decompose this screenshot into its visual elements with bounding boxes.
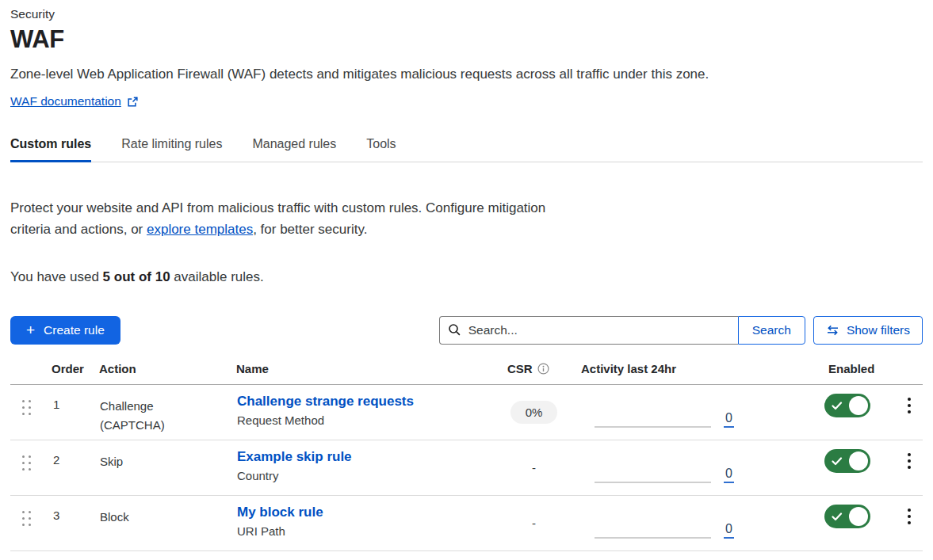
csr-value: - [532, 461, 536, 474]
show-filters-button[interactable]: Show filters [813, 316, 923, 345]
search-icon [448, 323, 461, 340]
drag-handle[interactable] [10, 496, 42, 550]
header-spacer [10, 362, 42, 375]
rule-name-cell: Example skip rule Country [227, 440, 496, 495]
kebab-menu-icon[interactable] [903, 451, 916, 495]
rule-name-cell: My block rule URI Path [227, 496, 496, 550]
column-header-activity: Activity last 24hr [572, 362, 738, 375]
table-row: 3 Block My block rule URI Path - 0 [10, 496, 923, 551]
rule-name-link[interactable]: My block rule [237, 505, 323, 520]
drag-dots-icon [22, 455, 31, 470]
rule-order: 1 [42, 385, 90, 440]
kebab-cell [887, 496, 923, 550]
page-description: Zone-level Web Application Firewall (WAF… [10, 67, 923, 82]
kebab-cell [887, 440, 923, 495]
intro-text: Protect your website and API from malici… [10, 197, 923, 240]
activity-cell: 0 [572, 385, 738, 440]
drag-dots-icon [22, 511, 31, 526]
tab-rate-limiting-rules[interactable]: Rate limiting rules [121, 137, 222, 162]
rule-action: Challenge (CAPTCHA) [90, 385, 227, 440]
breadcrumb: Security [10, 7, 923, 21]
explore-templates-link[interactable]: explore templates [147, 222, 253, 237]
tab-tools[interactable]: Tools [366, 137, 396, 162]
rule-action-line1: Skip [100, 452, 227, 471]
enabled-cell [816, 440, 887, 495]
toggle-knob [849, 451, 868, 470]
activity-sparkline [595, 426, 711, 428]
header-spacer3 [887, 362, 923, 375]
rule-expression: Request Method [237, 413, 496, 427]
page-title: WAF [10, 25, 923, 54]
waf-page: Security WAF Zone-level Web Application … [0, 7, 933, 551]
column-header-name: Name [227, 362, 496, 375]
csr-cell: - [496, 496, 572, 550]
column-header-action: Action [90, 362, 227, 375]
activity-count-link[interactable]: 0 [724, 412, 734, 428]
usage-count: 5 out of 10 [103, 269, 170, 284]
usage-suffix: available rules. [170, 269, 264, 284]
kebab-menu-icon[interactable] [903, 396, 916, 440]
csr-header-label: CSR [507, 362, 533, 375]
check-icon [832, 455, 843, 470]
activity-cell: 0 [572, 440, 738, 495]
enabled-toggle[interactable] [824, 505, 870, 528]
activity-count-link[interactable]: 0 [724, 523, 734, 539]
header-spacer2 [738, 362, 816, 375]
csr-badge: 0% [510, 401, 558, 424]
drag-handle[interactable] [10, 440, 42, 495]
table-row: 2 Skip Example skip rule Country - 0 [10, 440, 923, 496]
row-spacer [738, 440, 816, 495]
toggle-knob [849, 507, 868, 526]
rule-expression: URI Path [237, 524, 496, 538]
tab-managed-rules[interactable]: Managed rules [252, 137, 336, 162]
search-input[interactable] [439, 316, 738, 345]
intro-line1: Protect your website and API from malici… [10, 200, 545, 215]
rule-action-line1: Challenge [100, 397, 227, 416]
activity-cell: 0 [572, 496, 738, 550]
csr-cell: - [496, 440, 572, 495]
rule-action-line1: Block [100, 508, 227, 527]
plus-icon: + [26, 322, 35, 337]
rule-name-link[interactable]: Challenge strange requests [237, 394, 414, 410]
column-header-order: Order [42, 362, 90, 375]
rule-action: Skip [90, 440, 227, 495]
drag-handle[interactable] [10, 385, 42, 440]
row-spacer [738, 496, 816, 550]
rule-name-link[interactable]: Example skip rule [237, 449, 352, 465]
rule-name-cell: Challenge strange requests Request Metho… [227, 385, 496, 440]
rule-order: 2 [42, 440, 90, 495]
rule-expression: Country [237, 469, 496, 482]
rules-usage: You have used 5 out of 10 available rule… [10, 269, 923, 285]
rule-order: 3 [42, 496, 90, 550]
kebab-cell [887, 385, 923, 440]
waf-documentation-link[interactable]: WAF documentation [10, 94, 121, 109]
search-button[interactable]: Search [738, 316, 805, 345]
usage-prefix: You have used [10, 269, 103, 284]
check-icon [832, 400, 843, 414]
drag-dots-icon [22, 400, 31, 415]
rule-action: Block [90, 496, 227, 550]
rules-table: Order Action Name CSR Activity last 24hr… [10, 362, 923, 551]
csr-value: - [532, 516, 536, 530]
table-row: 1 Challenge (CAPTCHA) Challenge strange … [10, 385, 923, 440]
activity-sparkline [595, 537, 711, 539]
create-rule-button[interactable]: + Create rule [10, 316, 120, 345]
toggle-knob [849, 396, 868, 415]
rule-action-line2: (CAPTCHA) [100, 416, 227, 435]
activity-count-link[interactable]: 0 [724, 467, 734, 483]
kebab-menu-icon[interactable] [903, 507, 916, 550]
row-spacer [738, 385, 816, 440]
search-area: Search Show filters [439, 316, 923, 345]
enabled-toggle[interactable] [824, 449, 870, 473]
column-header-enabled: Enabled [816, 362, 887, 375]
search-box [439, 316, 738, 345]
info-icon[interactable] [537, 363, 549, 375]
table-header: Order Action Name CSR Activity last 24hr… [10, 362, 923, 385]
enabled-cell [816, 385, 887, 440]
check-icon [832, 511, 843, 525]
activity-sparkline [595, 482, 711, 483]
column-header-csr: CSR [496, 362, 572, 375]
tab-bar: Custom rules Rate limiting rules Managed… [10, 137, 923, 162]
enabled-toggle[interactable] [824, 394, 870, 417]
tab-custom-rules[interactable]: Custom rules [10, 137, 91, 162]
